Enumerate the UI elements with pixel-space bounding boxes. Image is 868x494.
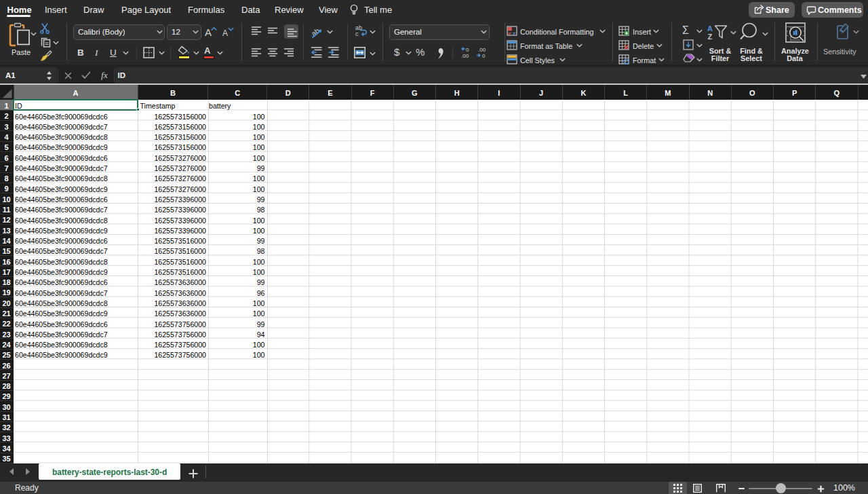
svg-text:0: 0	[482, 53, 486, 59]
svg-text:.00: .00	[461, 53, 469, 59]
svg-text:0: 0	[466, 47, 469, 53]
svg-text:.00: .00	[478, 47, 486, 53]
svg-text:Z: Z	[708, 33, 713, 40]
svg-text:A: A	[707, 24, 713, 33]
